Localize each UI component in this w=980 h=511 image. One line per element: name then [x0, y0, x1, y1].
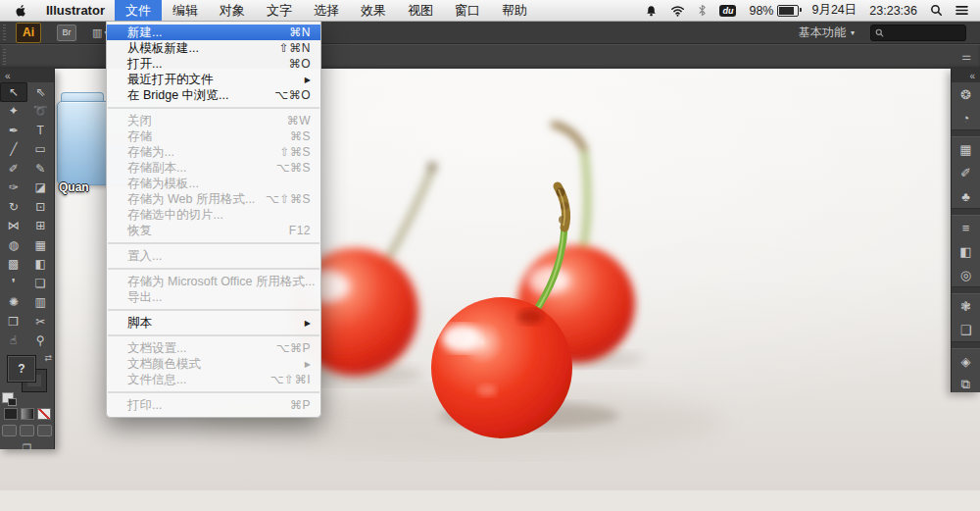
selection-tool[interactable]: ↖	[0, 82, 27, 102]
free-transform-tool[interactable]: ⊞	[27, 217, 55, 236]
width-tool[interactable]: ⋈	[0, 217, 27, 236]
type-tool[interactable]: T	[27, 121, 55, 140]
menubar-time[interactable]: 23:23:36	[869, 4, 917, 18]
menubar-item-edit[interactable]: 编辑	[162, 0, 209, 21]
menu-item-print[interactable]: 打印... ⌘P	[107, 397, 320, 413]
notification-bell-icon[interactable]	[645, 4, 658, 18]
menu-item-place[interactable]: 置入...	[107, 248, 320, 264]
pen-tool[interactable]: ✒	[0, 121, 27, 140]
search-input[interactable]	[887, 26, 959, 39]
color-guide-panel-icon[interactable]: ◔	[952, 106, 980, 129]
appearance-panel-icon[interactable]: ❃	[952, 294, 980, 318]
none-button[interactable]	[37, 408, 51, 420]
gradient-panel-icon[interactable]: ◧	[952, 239, 980, 263]
fill-color-swatch[interactable]: ?	[7, 355, 36, 383]
menubar-item-file[interactable]: 文件	[115, 0, 162, 21]
menu-item-save-a-copy[interactable]: 存储副本... ⌥⌘S	[107, 160, 320, 176]
brushes-panel-icon[interactable]: ✐	[952, 161, 980, 184]
search-field[interactable]	[870, 25, 966, 41]
artboards-panel-icon[interactable]: ⧉	[952, 373, 980, 396]
hand-tool[interactable]: ☝	[0, 332, 27, 351]
menu-item-browse-in-bridge[interactable]: 在 Bridge 中浏览... ⌥⌘O	[107, 87, 320, 103]
gradient-button[interactable]	[21, 408, 34, 420]
menu-item-document-setup[interactable]: 文档设置... ⌥⌘P	[107, 340, 320, 356]
mesh-tool[interactable]: ▩	[0, 255, 27, 275]
shape-builder-tool[interactable]: ◍	[0, 235, 27, 255]
app-menu-illustrator[interactable]: Illustrator	[36, 0, 115, 21]
menu-item-save-for-office[interactable]: 存储为 Microsoft Office 所用格式...	[107, 274, 320, 289]
layers-panel-icon[interactable]: ◈	[952, 349, 980, 373]
menu-item-open[interactable]: 打开... ⌘O	[107, 56, 320, 72]
rotate-tool[interactable]: ↻	[0, 197, 27, 217]
rectangle-tool[interactable]: ▭	[27, 140, 55, 160]
drag-grip[interactable]	[3, 25, 6, 40]
menu-item-save[interactable]: 存储 ⌘S	[107, 128, 320, 144]
symbol-sprayer-tool[interactable]: ✺	[0, 293, 27, 313]
apple-menu[interactable]	[0, 0, 36, 21]
swap-fill-stroke-icon[interactable]: ⇄	[44, 353, 52, 363]
blob-brush-tool[interactable]: ✑	[0, 179, 27, 198]
zoom-tool[interactable]: ⚲	[27, 332, 55, 351]
menu-item-save-as-template[interactable]: 存储为模板...	[107, 176, 320, 191]
paintbrush-tool[interactable]: ✐	[0, 159, 27, 179]
line-segment-tool[interactable]: ╱	[0, 140, 27, 160]
menu-item-new-from-template[interactable]: 从模板新建... ⇧⌘N	[107, 40, 320, 56]
swatches-panel-icon[interactable]: ▦	[952, 137, 980, 161]
menu-item-new[interactable]: 新建... ⌘N	[107, 25, 320, 40]
direct-selection-tool[interactable]: ⇖	[27, 82, 55, 102]
scale-tool[interactable]: ⊡	[27, 197, 55, 217]
menubar-item-type[interactable]: 文字	[256, 0, 303, 21]
slice-tool[interactable]: ✂	[27, 312, 55, 332]
eraser-tool[interactable]: ◪	[27, 179, 55, 198]
menu-item-file-info[interactable]: 文件信息... ⌥⇧⌘I	[107, 372, 320, 387]
notification-center-icon[interactable]	[956, 5, 968, 16]
artboard-tool[interactable]: ❒	[0, 312, 27, 332]
bluetooth-icon[interactable]	[698, 4, 707, 17]
menubar-date[interactable]: 9月24日	[811, 2, 857, 19]
eyedropper-tool[interactable]: ❜	[0, 274, 27, 293]
menu-item-export[interactable]: 导出...	[107, 289, 320, 305]
transparency-panel-icon[interactable]: ◎	[952, 263, 980, 286]
wifi-icon[interactable]	[670, 5, 685, 17]
color-panel-icon[interactable]: ❂	[952, 82, 980, 106]
magic-wand-tool[interactable]: ✦	[0, 102, 27, 122]
graphic-styles-panel-icon[interactable]: ❑	[952, 318, 980, 341]
pencil-tool[interactable]: ✎	[27, 159, 55, 179]
color-button[interactable]	[4, 408, 18, 420]
panel-dock-header[interactable]: «	[952, 69, 980, 82]
tools-panel-header[interactable]: «	[0, 69, 54, 82]
spotlight-search-icon[interactable]	[930, 4, 943, 17]
menu-item-document-color-mode[interactable]: 文档颜色模式 ▶	[107, 356, 320, 372]
screen-mode-button[interactable]: ❐	[0, 442, 54, 455]
menubar-item-object[interactable]: 对象	[209, 0, 256, 21]
perspective-grid-tool[interactable]: ▦	[27, 235, 55, 255]
draw-inside-button[interactable]	[37, 425, 52, 436]
menu-item-close[interactable]: 关闭 ⌘W	[107, 113, 320, 128]
draw-behind-button[interactable]	[20, 425, 34, 436]
bridge-button[interactable]: Br	[57, 25, 76, 41]
menubar-item-help[interactable]: 帮助	[491, 0, 538, 21]
gradient-tool[interactable]: ◧	[27, 255, 55, 275]
battery-status[interactable]: 98%	[749, 4, 799, 18]
menu-item-scripts[interactable]: 脚本 ▶	[107, 315, 320, 331]
menu-item-save-selected-slices[interactable]: 存储选中的切片...	[107, 207, 320, 223]
stroke-panel-icon[interactable]: ≡	[952, 216, 980, 239]
lasso-tool[interactable]: ➰	[27, 102, 55, 122]
menu-item-revert[interactable]: 恢复 F12	[107, 223, 320, 238]
column-graph-tool[interactable]: ▥	[27, 293, 55, 313]
menubar-item-view[interactable]: 视图	[397, 0, 444, 21]
menubar-item-select[interactable]: 选择	[303, 0, 350, 21]
menu-item-open-recent[interactable]: 最近打开的文件 ▶	[107, 72, 320, 87]
symbols-panel-icon[interactable]: ♣	[952, 184, 980, 208]
blend-tool[interactable]: ❏	[27, 274, 55, 293]
menubar-item-effect[interactable]: 效果	[350, 0, 397, 21]
workspace-switcher[interactable]: 基本功能 ▾	[799, 25, 855, 41]
default-fill-stroke-icon[interactable]	[2, 392, 14, 403]
drag-grip[interactable]	[3, 49, 6, 65]
menu-item-save-for-web[interactable]: 存储为 Web 所用格式... ⌥⇧⌘S	[107, 191, 320, 207]
input-method-badge[interactable]: du	[719, 5, 736, 17]
draw-normal-button[interactable]	[2, 425, 17, 436]
menu-item-save-as[interactable]: 存储为... ⇧⌘S	[107, 144, 320, 160]
panel-options-icon[interactable]: ⚌	[961, 50, 970, 63]
menubar-item-window[interactable]: 窗口	[444, 0, 491, 21]
